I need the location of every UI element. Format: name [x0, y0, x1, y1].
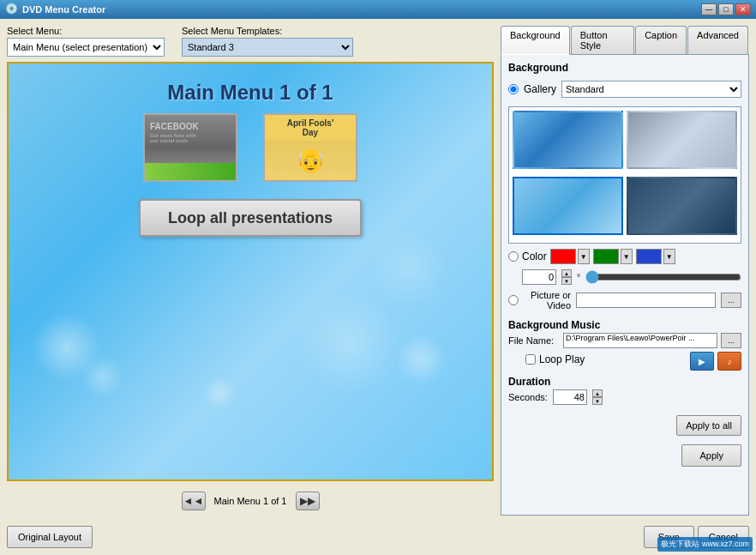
file-name-input[interactable]: D:\Program Files\Leawo\PowerPoir ...: [563, 333, 717, 348]
loop-btn[interactable]: Loop all presentations: [139, 199, 362, 237]
color-blue-box[interactable]: [636, 249, 662, 264]
select-menu-label: Select Menu:: [7, 26, 165, 36]
file-name-label: File Name:: [508, 335, 560, 346]
duration-spinner: ▲ ▼: [592, 389, 603, 405]
color-green-dropdown[interactable]: ▼: [621, 249, 633, 264]
degree-up[interactable]: ▲: [561, 269, 572, 277]
degree-slider[interactable]: [585, 272, 741, 282]
minimize-button[interactable]: —: [701, 3, 717, 15]
picture-row: Picture orVideo ...: [508, 290, 741, 311]
watermark: 极光下载站 www.xz7.com: [657, 537, 753, 552]
play-btn[interactable]: ▶: [690, 352, 714, 371]
tab-background[interactable]: Background: [501, 26, 570, 55]
duration-section: Duration Seconds: ▲ ▼: [508, 376, 741, 405]
color-row: Color ▼ ▼ ▼: [508, 249, 741, 264]
color-blue-wrap: ▼: [636, 249, 675, 264]
nav-label: Main Menu 1 of 1: [214, 496, 287, 506]
window-controls: — □ ✕: [701, 3, 751, 15]
color-red-box[interactable]: [550, 249, 576, 264]
gallery-item-2[interactable]: [627, 111, 737, 169]
gallery-select[interactable]: Standard Movie Holiday Sports: [561, 81, 741, 98]
maximize-button[interactable]: □: [718, 3, 734, 15]
music-btn[interactable]: ♪: [717, 352, 741, 371]
gallery-item-1[interactable]: [513, 111, 623, 169]
tab-caption[interactable]: Caption: [635, 26, 687, 54]
seconds-input[interactable]: [553, 389, 587, 405]
degree-symbol: °: [577, 273, 580, 282]
preview-canvas: Main Menu 1 of 1 FACEBOOK Get more fans …: [7, 62, 494, 481]
next-btn[interactable]: ▶▶: [296, 492, 320, 510]
prev-btn[interactable]: ◄◄: [182, 492, 206, 510]
app-title: DVD Menu Creator: [22, 4, 701, 15]
main-window: Select Menu: Main Menu (select presentat…: [0, 19, 756, 555]
file-row: File Name: D:\Program Files\Leawo\PowerP…: [508, 333, 741, 348]
original-layout-btn[interactable]: Original Layout: [7, 526, 93, 548]
color-red-dropdown[interactable]: ▼: [578, 249, 590, 264]
close-button[interactable]: ✕: [735, 3, 751, 15]
thumb-facebook-bottom: [145, 163, 236, 180]
seconds-up[interactable]: ▲: [592, 389, 603, 397]
thumb-facebook-inner: FACEBOOK Get more fans withour social to…: [145, 115, 236, 147]
select-row: Select Menu: Main Menu (select presentat…: [7, 26, 494, 57]
tab-button-style[interactable]: Button Style: [571, 26, 634, 54]
tab-advanced[interactable]: Advanced: [687, 26, 748, 54]
bottom-buttons-row: Original Layout Save Cancel: [0, 522, 756, 555]
color-green-box[interactable]: [593, 249, 619, 264]
right-content: Background Gallery Standard Movie Holida…: [501, 54, 749, 516]
gallery-item-4[interactable]: [627, 177, 737, 235]
background-section-title: Background: [508, 62, 741, 74]
title-bar: 💿 DVD Menu Creator — □ ✕: [0, 0, 756, 19]
color-green-wrap: ▼: [593, 249, 633, 264]
loop-play-checkbox[interactable]: [525, 354, 536, 365]
tabs: Background Button Style Caption Advanced: [501, 26, 749, 54]
picture-label: Picture orVideo: [524, 290, 571, 311]
degree-input[interactable]: [522, 269, 556, 285]
picture-input[interactable]: [576, 293, 716, 308]
content-area: Select Menu: Main Menu (select presentat…: [0, 19, 756, 522]
bottom-nav: ◄◄ Main Menu 1 of 1 ▶▶: [7, 486, 494, 516]
picture-radio[interactable]: [508, 295, 519, 305]
thumb-facebook[interactable]: FACEBOOK Get more fans withour social to…: [143, 113, 237, 182]
gallery-row: Gallery Standard Movie Holiday Sports: [508, 81, 741, 98]
seconds-label: Seconds:: [508, 392, 548, 402]
thumb-april-content: April Fools' Day: [265, 115, 356, 141]
gallery-radio[interactable]: [508, 84, 519, 94]
left-panel: Select Menu: Main Menu (select presentat…: [7, 26, 494, 516]
thumb-april-caption: - An Introduction: [265, 179, 356, 182]
degree-spinner: ▲ ▼: [561, 269, 572, 285]
color-red-wrap: ▼: [550, 249, 590, 264]
gallery-label: Gallery: [524, 83, 556, 95]
apply-to-all-btn[interactable]: Apply to all: [676, 415, 741, 436]
duration-section-title: Duration: [508, 376, 741, 388]
loop-play-label: Loop Play: [539, 353, 585, 365]
select-menu-dropdown[interactable]: Main Menu (select presentation): [7, 38, 165, 57]
select-template-dropdown[interactable]: Standard 3: [182, 38, 353, 57]
gallery-item-3[interactable]: [513, 177, 623, 235]
media-btns: ▶ ♪: [690, 352, 741, 371]
duration-row: Seconds: ▲ ▼: [508, 389, 741, 405]
thumb-april[interactable]: April Fools' Day 👴 - An Introduction: [263, 113, 357, 182]
color-radio[interactable]: [508, 251, 519, 262]
app-icon: 💿: [5, 3, 19, 16]
degree-row: ▲ ▼ °: [508, 269, 741, 285]
degree-down[interactable]: ▼: [561, 277, 572, 285]
loop-row: Loop Play: [508, 353, 585, 365]
color-blue-dropdown[interactable]: ▼: [663, 249, 675, 264]
right-panel: Background Button Style Caption Advanced…: [501, 26, 749, 516]
seconds-down[interactable]: ▼: [592, 397, 603, 405]
thumbnails-row: FACEBOOK Get more fans withour social to…: [9, 113, 492, 182]
music-section-title: Background Music: [508, 319, 741, 331]
select-template-group: Select Menu Templates: Standard 3: [182, 26, 353, 57]
preview-title: Main Menu 1 of 1: [9, 81, 492, 105]
color-label: Color: [522, 250, 547, 262]
apply-btn[interactable]: Apply: [681, 444, 741, 467]
picture-browse-btn[interactable]: ...: [721, 293, 741, 308]
select-template-label: Select Menu Templates:: [182, 26, 353, 36]
gallery-grid: [508, 106, 741, 244]
file-browse-btn[interactable]: ...: [721, 333, 741, 348]
music-section: Background Music File Name: D:\Program F…: [508, 319, 741, 371]
select-menu-group: Select Menu: Main Menu (select presentat…: [7, 26, 165, 57]
thumb-april-image: 👴: [265, 141, 356, 179]
